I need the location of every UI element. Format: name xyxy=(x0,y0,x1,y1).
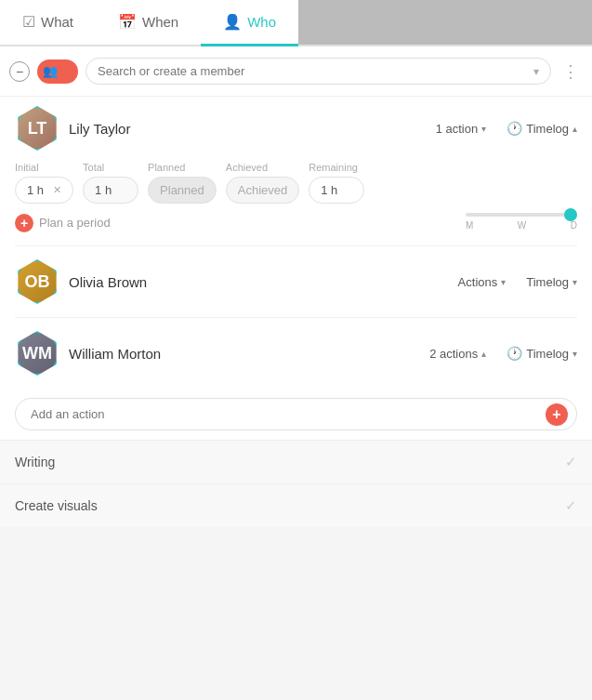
olivia-actions-chevron-icon: ▾ xyxy=(501,277,506,287)
lily-time-fields: Initial 1 h ✕ Total 1 h Planned Planned xyxy=(15,162,577,204)
achieved-label: Achieved xyxy=(226,162,299,173)
tab-who[interactable]: 👤 Who xyxy=(201,0,298,46)
timeline-bar xyxy=(466,213,577,217)
tabs-spacer xyxy=(298,0,592,45)
search-wrapper: ▾ xyxy=(86,58,551,85)
timeline-label-m: M xyxy=(466,220,473,231)
tab-when-label: When xyxy=(142,14,178,30)
add-action-input[interactable] xyxy=(15,398,577,430)
add-action-plus-button[interactable]: + xyxy=(546,403,568,426)
avatar-lily: LT xyxy=(15,106,59,151)
planned-input: Planned xyxy=(148,177,217,204)
olivia-timelog-chevron-icon: ▾ xyxy=(572,277,577,287)
action-writing: Writing ✓ xyxy=(0,440,592,483)
avatar-william: WM xyxy=(15,331,59,376)
member-william: WM William Morton 2 actions ▴ 🕐 Timelog … xyxy=(0,318,592,389)
tab-what[interactable]: ☑ What xyxy=(0,0,96,46)
search-area: − 👥 ▾ ⋮ xyxy=(0,46,592,97)
plan-period-label: Plan a period xyxy=(39,216,111,230)
group-icon: 👥 xyxy=(43,64,58,78)
total-field: Total 1 h xyxy=(83,162,138,204)
planned-label: Planned xyxy=(148,162,217,173)
timeline-label-d: D xyxy=(571,220,577,231)
remaining-input[interactable]: 1 h xyxy=(309,177,364,204)
timeline-labels: M W D xyxy=(466,220,577,231)
minus-button[interactable]: − xyxy=(9,61,30,82)
william-timelog-chevron-down-icon: ▾ xyxy=(572,349,577,359)
action-visuals-label: Create visuals xyxy=(15,498,98,513)
lily-timelog-label: Timelog xyxy=(526,122,569,136)
plan-plus-icon: + xyxy=(15,214,33,232)
william-clock-icon: 🕐 xyxy=(506,346,522,361)
olivia-actions-badge[interactable]: Actions ▾ xyxy=(458,275,506,289)
initial-field: Initial 1 h ✕ xyxy=(15,162,73,204)
lily-timelog-badge[interactable]: 🕐 Timelog ▴ xyxy=(506,121,577,136)
achieved-input: Achieved xyxy=(226,177,299,204)
total-label: Total xyxy=(83,162,138,173)
calendar-icon: 📅 xyxy=(118,13,137,31)
olivia-action-count: Actions xyxy=(458,275,498,289)
member-lily-header: LT Lily Taylor 1 action ▾ 🕐 Timelog ▴ xyxy=(15,106,577,151)
william-action-count: 2 actions xyxy=(429,347,478,361)
member-olivia-name: Olivia Brown xyxy=(69,274,449,290)
actions-chevron-down-icon: ▾ xyxy=(481,124,486,134)
clock-icon: 🕐 xyxy=(506,121,522,136)
add-action-wrapper: + xyxy=(15,398,577,430)
search-input[interactable] xyxy=(98,64,533,78)
member-lily-name: Lily Taylor xyxy=(69,121,427,137)
visuals-check-icon[interactable]: ✓ xyxy=(565,497,577,514)
tab-what-label: What xyxy=(41,14,73,30)
olivia-timelog-label: Timelog xyxy=(526,275,569,289)
member-olivia: OB Olivia Brown Actions ▾ Timelog ▾ xyxy=(0,246,592,317)
add-action-row: + xyxy=(0,389,592,440)
members-list: LT Lily Taylor 1 action ▾ 🕐 Timelog ▴ In… xyxy=(0,97,592,527)
initial-input[interactable]: 1 h ✕ xyxy=(15,177,73,204)
member-lily: LT Lily Taylor 1 action ▾ 🕐 Timelog ▴ In… xyxy=(0,97,592,245)
plan-period-button[interactable]: + Plan a period xyxy=(15,214,111,232)
member-william-name: William Morton xyxy=(69,346,420,362)
william-timelog-label: Timelog xyxy=(526,347,569,361)
william-actions-chevron-up-icon: ▴ xyxy=(481,349,486,359)
avatar-olivia: OB xyxy=(15,259,59,304)
check-icon: ☑ xyxy=(22,13,35,31)
initial-label: Initial xyxy=(15,162,73,173)
timeline-label-w: W xyxy=(518,220,526,231)
lily-action-count: 1 action xyxy=(436,122,479,136)
remaining-field: Remaining 1 h xyxy=(309,162,364,204)
tab-when[interactable]: 📅 When xyxy=(96,0,201,46)
william-actions-badge[interactable]: 2 actions ▴ xyxy=(429,347,486,361)
tab-bar: ☑ What 📅 When 👤 Who xyxy=(0,0,592,46)
achieved-field: Achieved Achieved xyxy=(226,162,299,204)
tab-who-label: Who xyxy=(247,14,276,30)
person-icon: 👤 xyxy=(223,13,242,31)
action-create-visuals: Create visuals ✓ xyxy=(0,483,592,527)
writing-check-icon[interactable]: ✓ xyxy=(565,454,577,470)
planned-field: Planned Planned xyxy=(148,162,217,204)
chevron-down-icon: ▾ xyxy=(533,65,539,78)
more-options-icon[interactable]: ⋮ xyxy=(559,61,583,82)
lily-actions-badge[interactable]: 1 action ▾ xyxy=(436,122,487,136)
clear-initial-button[interactable]: ✕ xyxy=(53,184,61,196)
timelog-chevron-up-icon: ▴ xyxy=(572,124,577,134)
william-timelog-badge[interactable]: 🕐 Timelog ▾ xyxy=(506,346,577,361)
timeline-slider[interactable]: M W D xyxy=(466,213,577,236)
action-writing-label: Writing xyxy=(15,455,55,469)
total-input: 1 h xyxy=(83,177,138,204)
timeline-dot xyxy=(564,208,577,221)
olivia-timelog-badge[interactable]: Timelog ▾ xyxy=(526,275,577,289)
remaining-label: Remaining xyxy=(309,162,364,173)
member-toggle[interactable]: 👥 xyxy=(37,59,78,84)
